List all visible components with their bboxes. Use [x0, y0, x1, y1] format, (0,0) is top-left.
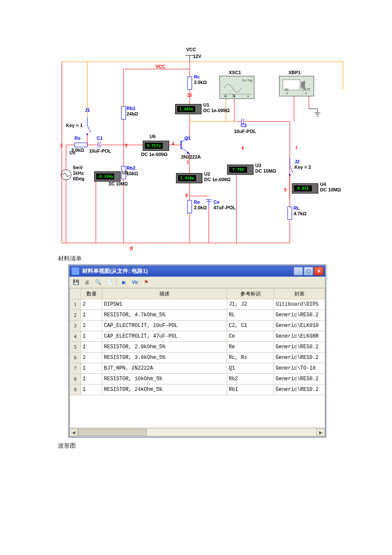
cell-desc[interactable]: RESISTOR, 24kOhm_5% [102, 384, 227, 395]
flag-icon[interactable]: ⚑ [142, 278, 150, 286]
bom-titlebar[interactable]: 材料单视图(从文件: 电路1) _ ▢ ✕ [69, 266, 325, 277]
bode-plotter[interactable]: IN OUT [279, 76, 314, 96]
cell-qty[interactable]: 1 [81, 342, 102, 353]
svg-rect-49 [187, 200, 192, 213]
bom-col-qty[interactable]: 数量 [81, 289, 102, 299]
cell-pkg[interactable]: Generic\ELK010 [274, 321, 325, 331]
j2-key: Key = 2 [294, 165, 311, 170]
meter-u2[interactable]: 1.410m [176, 173, 202, 183]
cell-pkg[interactable]: Generic\RES0.2 [274, 310, 325, 321]
cell-refs[interactable]: Re [227, 342, 274, 353]
cell-refs[interactable]: Q1 [227, 363, 274, 374]
ce-val: 47uF-POL [213, 205, 236, 211]
bom-col-pkg[interactable]: 封装 [274, 289, 325, 299]
table-row[interactable]: 21RESISTOR, 4.7kOhm_5%RLGeneric\RES0.2 [70, 310, 325, 321]
cell-refs[interactable]: Rc, Rs [227, 353, 274, 363]
cell-refs[interactable]: RL [227, 310, 274, 321]
svg-point-67 [247, 95, 249, 97]
rs-val: 3.0kΩ [71, 147, 84, 153]
cell-desc[interactable]: RESISTOR, 4.7kOhm_5% [102, 310, 227, 321]
bom-table: 数量 描述 参考标识 封装 12DIPSW1J1, J2Ultiboard\DI… [69, 288, 325, 395]
u2-ref: U2 [204, 171, 210, 177]
table-row[interactable]: 12DIPSW1J1, J2Ultiboard\DIPS [70, 299, 325, 310]
window-minimize-button[interactable]: _ [294, 267, 303, 275]
cell-qty[interactable]: 2 [81, 353, 102, 363]
q1-ref: Q1 [184, 136, 191, 141]
scroll-left-icon[interactable]: ◀ [69, 428, 78, 436]
goto-right-icon[interactable]: ▶ [120, 278, 128, 286]
cell-qty[interactable]: 1 [81, 384, 102, 395]
bom-caption: 材料清单 [58, 255, 392, 263]
cell-pkg[interactable]: Generic\RES0.2 [274, 384, 325, 395]
table-row[interactable]: 91RESISTOR, 24kOhm_5%Rb1Generic\RES0.2 [70, 384, 325, 395]
table-row[interactable]: 51RESISTOR, 2.0kOhm_5%ReGeneric\RES0.2 [70, 342, 325, 353]
table-row[interactable]: 81RESISTOR, 10kOhm_5%Rb2Generic\RES0.2 [70, 374, 325, 384]
bom-title-text: 材料单视图(从文件: 电路1) [82, 267, 293, 275]
bom-col-refs[interactable]: 参考标识 [227, 289, 274, 299]
meter-u5[interactable]: -0.164u [94, 171, 121, 182]
cell-desc[interactable]: RESISTOR, 10kOhm_5% [102, 374, 227, 384]
scope-ref: XSC1 [229, 70, 241, 75]
bom-hscrollbar[interactable]: ◀ ▶ [69, 428, 325, 436]
table-row[interactable]: 71BJT_NPN, 2N2222AQ1Generic\TO-18 [70, 363, 325, 374]
scroll-thumb[interactable] [78, 429, 147, 436]
bom-col-rownum[interactable] [70, 289, 81, 299]
cell-qty[interactable]: 2 [81, 321, 102, 331]
print-preview-icon[interactable]: 🔍 [94, 278, 102, 286]
cell-desc[interactable]: CAP_ELECTROLIT, 47uF-POL [102, 331, 227, 342]
cell-desc[interactable]: BJT_NPN, 2N2222A [102, 363, 227, 374]
bom-col-desc[interactable]: 描述 [102, 289, 227, 299]
scope-ch-a: A [224, 94, 227, 98]
window-close-button[interactable]: ✕ [314, 267, 323, 275]
c2-ref: C2 [241, 123, 247, 128]
bom-header-row: 数量 描述 参考标识 封装 [70, 289, 325, 299]
cell-pkg[interactable]: Generic\RES0.2 [274, 342, 325, 353]
window-maximize-button[interactable]: ▢ [304, 267, 313, 275]
cell-pkg[interactable]: Generic\ELK08R [274, 331, 325, 342]
cell-qty[interactable]: 1 [81, 310, 102, 321]
net-8: 8 [185, 193, 188, 198]
oscilloscope[interactable]: A B Ext Trig [219, 76, 254, 99]
meter-u3-reading: 7.794 [229, 167, 247, 173]
table-row[interactable]: 62RESISTOR, 3.0kOhm_5%Rc, RsGeneric\RES0… [70, 353, 325, 363]
cell-desc[interactable]: RESISTOR, 2.0kOhm_5% [102, 342, 227, 353]
j1-key: Key = 1 [66, 123, 83, 128]
print-icon[interactable]: 🖨 [83, 278, 91, 286]
row-number: 2 [70, 310, 81, 321]
cell-refs[interactable]: J1, J2 [227, 299, 274, 310]
cell-refs[interactable]: Ce [227, 331, 274, 342]
c1-val: 10uF-POL [89, 148, 111, 154]
cell-desc[interactable]: RESISTOR, 3.0kOhm_5% [102, 353, 227, 363]
meter-u1[interactable]: 1.402m [175, 104, 202, 114]
c1-ref: C1 [97, 136, 103, 141]
cell-desc[interactable]: CAP_ELECTROLIT, 10uF-POL [102, 321, 227, 331]
meter-u4[interactable]: 0.015 [292, 183, 318, 194]
row-number: 6 [70, 353, 81, 363]
cell-refs[interactable]: Rb2 [227, 374, 274, 384]
u6-ref: U6 [150, 134, 156, 139]
vir-label[interactable]: Vir [131, 278, 139, 286]
scroll-right-icon[interactable]: ▶ [317, 428, 325, 436]
table-row[interactable]: 32CAP_ELECTROLIT, 10uF-POLC2, C1Generic\… [70, 321, 325, 331]
scroll-track[interactable] [78, 428, 317, 436]
cell-qty[interactable]: 1 [81, 374, 102, 384]
cell-pkg[interactable]: Generic\RES0.2 [274, 353, 325, 363]
save-icon[interactable]: 💾 [72, 278, 80, 286]
cell-refs[interactable]: Rb1 [227, 384, 274, 395]
cell-qty[interactable]: 1 [81, 331, 102, 342]
u6-spec: DC 1e-009Ω [141, 152, 167, 157]
meter-u6[interactable]: 9.757u [143, 141, 169, 151]
cell-desc[interactable]: DIPSW1 [102, 299, 227, 310]
cell-refs[interactable]: C2, C1 [227, 321, 274, 331]
meter-u2-reading: 1.410m [178, 175, 196, 181]
export-icon[interactable]: 📄 [105, 278, 113, 286]
cell-pkg[interactable]: Generic\TO-18 [274, 363, 325, 374]
cell-qty[interactable]: 2 [81, 299, 102, 310]
row-number: 3 [70, 321, 81, 331]
cell-qty[interactable]: 1 [81, 363, 102, 374]
table-row[interactable]: 41CAP_ELECTROLIT, 47uF-POLCeGeneric\ELK0… [70, 331, 325, 342]
meter-u3[interactable]: 7.794 [227, 165, 254, 175]
cell-pkg[interactable]: Generic\RES0.2 [274, 374, 325, 384]
bom-grid: 数量 描述 参考标识 封装 12DIPSW1J1, J2Ultiboard\DI… [69, 288, 325, 436]
cell-pkg[interactable]: Ultiboard\DIPS [274, 299, 325, 310]
